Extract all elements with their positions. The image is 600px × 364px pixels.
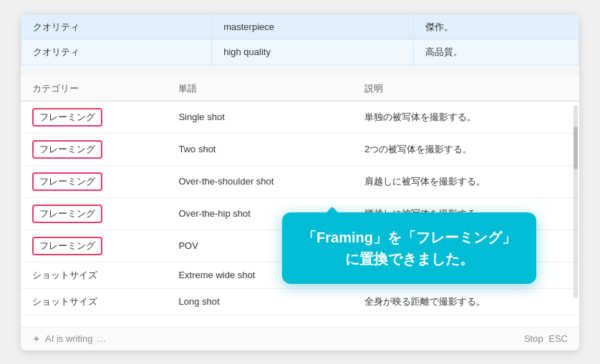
- framing-word: Single shot: [167, 101, 352, 133]
- quality-row: クオリティ high quality 高品質。: [21, 39, 579, 64]
- sparkle-icon: ✦: [32, 333, 41, 345]
- framing-header: 単語: [167, 77, 352, 102]
- framing-category-highlight: フレーミング: [32, 140, 102, 159]
- table-section: カテゴリー単語説明 フレーミングSingle shot単独の被写体を撮影する。フ…: [21, 77, 579, 327]
- quality-word: masterpiece: [212, 14, 414, 39]
- tooltip-line1: 「Framing」を「フレーミング」: [302, 230, 516, 245]
- divider: [21, 65, 579, 77]
- scrollbar-thumb[interactable]: [574, 127, 578, 169]
- framing-word: Over-the-shoulder shot: [167, 165, 352, 197]
- framing-description: 2つの被写体を撮影する。: [353, 133, 579, 165]
- framing-row: ショットサイズLong shot全身が映る距離で撮影する。: [21, 288, 579, 315]
- framing-category: フレーミング: [21, 197, 167, 230]
- quality-table: クオリティ masterpiece 傑作。 クオリティ high quality…: [21, 14, 579, 65]
- quality-row: クオリティ masterpiece 傑作。: [21, 14, 579, 39]
- framing-header: カテゴリー: [21, 77, 167, 102]
- framing-description: 肩越しに被写体を撮影する。: [353, 165, 579, 197]
- stop-label[interactable]: Stop: [524, 333, 543, 344]
- quality-description: 傑作。: [414, 14, 579, 39]
- framing-description: 全身が映る距離で撮影する。: [353, 288, 579, 315]
- framing-description: 単独の被写体を撮影する。: [353, 101, 579, 133]
- framing-category-highlight: フレーミング: [32, 108, 102, 127]
- status-bar: ✦ AI is writing … Stop ESC: [21, 327, 579, 350]
- framing-category: フレーミング: [21, 230, 167, 262]
- framing-category: ショットサイズ: [21, 262, 167, 288]
- esc-label: ESC: [548, 333, 568, 344]
- stop-area[interactable]: Stop ESC: [524, 333, 568, 344]
- quality-category: クオリティ: [21, 14, 212, 39]
- ai-writing-label: AI is writing: [45, 333, 92, 344]
- tooltip-popup: 「Framing」を「フレーミング」 に置換できました。: [282, 212, 536, 284]
- framing-header: 説明: [353, 77, 579, 102]
- main-container: クオリティ masterpiece 傑作。 クオリティ high quality…: [21, 14, 579, 350]
- quality-word: high quality: [212, 39, 414, 64]
- framing-category-highlight: フレーミング: [32, 205, 102, 223]
- framing-word: Long shot: [167, 288, 352, 315]
- framing-word: Two shot: [167, 133, 352, 165]
- quality-description: 高品質。: [414, 39, 579, 64]
- scrollbar[interactable]: [574, 105, 578, 298]
- framing-category-highlight: フレーミング: [32, 237, 102, 255]
- ai-dots: …: [97, 333, 106, 344]
- quality-category: クオリティ: [21, 39, 212, 64]
- framing-category: フレーミング: [21, 101, 167, 133]
- framing-category: ショットサイズ: [21, 288, 167, 315]
- framing-category: フレーミング: [21, 165, 167, 197]
- framing-category: フレーミング: [21, 133, 167, 165]
- tooltip-line2: に置換できました。: [345, 251, 474, 267]
- ai-writing: ✦ AI is writing …: [32, 333, 106, 345]
- framing-category-highlight: フレーミング: [32, 172, 102, 191]
- framing-row: フレーミングTwo shot2つの被写体を撮影する。: [21, 133, 579, 165]
- framing-row: フレーミングSingle shot単独の被写体を撮影する。: [21, 101, 579, 133]
- framing-row: フレーミングOver-the-shoulder shot肩越しに被写体を撮影する…: [21, 165, 579, 197]
